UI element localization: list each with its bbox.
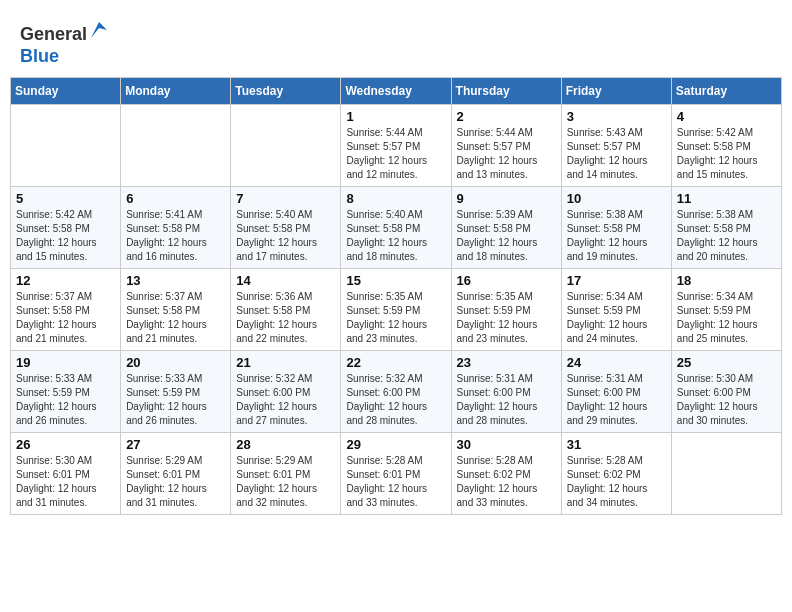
calendar-cell: 18Sunrise: 5:34 AM Sunset: 5:59 PM Dayli… (671, 269, 781, 351)
day-info: Sunrise: 5:43 AM Sunset: 5:57 PM Dayligh… (567, 126, 666, 182)
calendar-cell: 21Sunrise: 5:32 AM Sunset: 6:00 PM Dayli… (231, 351, 341, 433)
day-number: 4 (677, 109, 776, 124)
day-info: Sunrise: 5:35 AM Sunset: 5:59 PM Dayligh… (457, 290, 556, 346)
calendar-body: 1Sunrise: 5:44 AM Sunset: 5:57 PM Daylig… (11, 105, 782, 515)
day-info: Sunrise: 5:33 AM Sunset: 5:59 PM Dayligh… (126, 372, 225, 428)
day-number: 12 (16, 273, 115, 288)
day-info: Sunrise: 5:37 AM Sunset: 5:58 PM Dayligh… (126, 290, 225, 346)
day-info: Sunrise: 5:44 AM Sunset: 5:57 PM Dayligh… (457, 126, 556, 182)
day-info: Sunrise: 5:38 AM Sunset: 5:58 PM Dayligh… (567, 208, 666, 264)
day-info: Sunrise: 5:29 AM Sunset: 6:01 PM Dayligh… (126, 454, 225, 510)
calendar-cell: 2Sunrise: 5:44 AM Sunset: 5:57 PM Daylig… (451, 105, 561, 187)
day-info: Sunrise: 5:28 AM Sunset: 6:01 PM Dayligh… (346, 454, 445, 510)
logo-icon (89, 20, 109, 40)
day-info: Sunrise: 5:41 AM Sunset: 5:58 PM Dayligh… (126, 208, 225, 264)
calendar-cell: 5Sunrise: 5:42 AM Sunset: 5:58 PM Daylig… (11, 187, 121, 269)
day-number: 8 (346, 191, 445, 206)
calendar-cell: 25Sunrise: 5:30 AM Sunset: 6:00 PM Dayli… (671, 351, 781, 433)
day-number: 26 (16, 437, 115, 452)
day-number: 18 (677, 273, 776, 288)
day-info: Sunrise: 5:34 AM Sunset: 5:59 PM Dayligh… (567, 290, 666, 346)
calendar-cell: 14Sunrise: 5:36 AM Sunset: 5:58 PM Dayli… (231, 269, 341, 351)
weekday-header-friday: Friday (561, 78, 671, 105)
day-number: 10 (567, 191, 666, 206)
calendar-cell: 28Sunrise: 5:29 AM Sunset: 6:01 PM Dayli… (231, 433, 341, 515)
day-number: 9 (457, 191, 556, 206)
day-number: 2 (457, 109, 556, 124)
day-info: Sunrise: 5:44 AM Sunset: 5:57 PM Dayligh… (346, 126, 445, 182)
calendar-cell (121, 105, 231, 187)
calendar-cell: 10Sunrise: 5:38 AM Sunset: 5:58 PM Dayli… (561, 187, 671, 269)
calendar-cell: 17Sunrise: 5:34 AM Sunset: 5:59 PM Dayli… (561, 269, 671, 351)
calendar-cell: 16Sunrise: 5:35 AM Sunset: 5:59 PM Dayli… (451, 269, 561, 351)
logo-general: General (20, 24, 87, 44)
day-number: 6 (126, 191, 225, 206)
calendar-week-1: 1Sunrise: 5:44 AM Sunset: 5:57 PM Daylig… (11, 105, 782, 187)
day-number: 22 (346, 355, 445, 370)
calendar-cell: 13Sunrise: 5:37 AM Sunset: 5:58 PM Dayli… (121, 269, 231, 351)
day-number: 7 (236, 191, 335, 206)
day-info: Sunrise: 5:34 AM Sunset: 5:59 PM Dayligh… (677, 290, 776, 346)
day-number: 25 (677, 355, 776, 370)
day-info: Sunrise: 5:38 AM Sunset: 5:58 PM Dayligh… (677, 208, 776, 264)
weekday-header-tuesday: Tuesday (231, 78, 341, 105)
calendar-header-row: SundayMondayTuesdayWednesdayThursdayFrid… (11, 78, 782, 105)
day-info: Sunrise: 5:36 AM Sunset: 5:58 PM Dayligh… (236, 290, 335, 346)
day-info: Sunrise: 5:31 AM Sunset: 6:00 PM Dayligh… (457, 372, 556, 428)
day-number: 3 (567, 109, 666, 124)
calendar-cell: 15Sunrise: 5:35 AM Sunset: 5:59 PM Dayli… (341, 269, 451, 351)
day-info: Sunrise: 5:40 AM Sunset: 5:58 PM Dayligh… (236, 208, 335, 264)
calendar-cell: 27Sunrise: 5:29 AM Sunset: 6:01 PM Dayli… (121, 433, 231, 515)
calendar-cell (671, 433, 781, 515)
day-number: 16 (457, 273, 556, 288)
weekday-header-saturday: Saturday (671, 78, 781, 105)
logo-blue: Blue (20, 46, 59, 66)
day-number: 27 (126, 437, 225, 452)
calendar-table: SundayMondayTuesdayWednesdayThursdayFrid… (10, 77, 782, 515)
calendar-week-2: 5Sunrise: 5:42 AM Sunset: 5:58 PM Daylig… (11, 187, 782, 269)
logo: General Blue (20, 20, 109, 67)
day-info: Sunrise: 5:40 AM Sunset: 5:58 PM Dayligh… (346, 208, 445, 264)
day-number: 31 (567, 437, 666, 452)
day-info: Sunrise: 5:42 AM Sunset: 5:58 PM Dayligh… (677, 126, 776, 182)
svg-marker-0 (91, 22, 107, 38)
calendar-cell: 20Sunrise: 5:33 AM Sunset: 5:59 PM Dayli… (121, 351, 231, 433)
weekday-header-wednesday: Wednesday (341, 78, 451, 105)
day-number: 24 (567, 355, 666, 370)
calendar-cell: 26Sunrise: 5:30 AM Sunset: 6:01 PM Dayli… (11, 433, 121, 515)
day-number: 20 (126, 355, 225, 370)
day-number: 15 (346, 273, 445, 288)
calendar-cell: 7Sunrise: 5:40 AM Sunset: 5:58 PM Daylig… (231, 187, 341, 269)
day-info: Sunrise: 5:30 AM Sunset: 6:01 PM Dayligh… (16, 454, 115, 510)
day-info: Sunrise: 5:31 AM Sunset: 6:00 PM Dayligh… (567, 372, 666, 428)
day-info: Sunrise: 5:32 AM Sunset: 6:00 PM Dayligh… (346, 372, 445, 428)
calendar-week-3: 12Sunrise: 5:37 AM Sunset: 5:58 PM Dayli… (11, 269, 782, 351)
day-info: Sunrise: 5:42 AM Sunset: 5:58 PM Dayligh… (16, 208, 115, 264)
day-number: 1 (346, 109, 445, 124)
weekday-header-thursday: Thursday (451, 78, 561, 105)
day-info: Sunrise: 5:35 AM Sunset: 5:59 PM Dayligh… (346, 290, 445, 346)
calendar-cell: 1Sunrise: 5:44 AM Sunset: 5:57 PM Daylig… (341, 105, 451, 187)
day-info: Sunrise: 5:30 AM Sunset: 6:00 PM Dayligh… (677, 372, 776, 428)
calendar-cell: 6Sunrise: 5:41 AM Sunset: 5:58 PM Daylig… (121, 187, 231, 269)
calendar-cell: 19Sunrise: 5:33 AM Sunset: 5:59 PM Dayli… (11, 351, 121, 433)
day-number: 23 (457, 355, 556, 370)
day-info: Sunrise: 5:32 AM Sunset: 6:00 PM Dayligh… (236, 372, 335, 428)
calendar-cell: 30Sunrise: 5:28 AM Sunset: 6:02 PM Dayli… (451, 433, 561, 515)
day-info: Sunrise: 5:29 AM Sunset: 6:01 PM Dayligh… (236, 454, 335, 510)
calendar-cell (231, 105, 341, 187)
weekday-header-sunday: Sunday (11, 78, 121, 105)
day-info: Sunrise: 5:33 AM Sunset: 5:59 PM Dayligh… (16, 372, 115, 428)
day-number: 17 (567, 273, 666, 288)
logo-text: General Blue (20, 20, 109, 67)
day-number: 29 (346, 437, 445, 452)
day-number: 28 (236, 437, 335, 452)
calendar-week-5: 26Sunrise: 5:30 AM Sunset: 6:01 PM Dayli… (11, 433, 782, 515)
day-number: 30 (457, 437, 556, 452)
weekday-header-monday: Monday (121, 78, 231, 105)
calendar-cell: 3Sunrise: 5:43 AM Sunset: 5:57 PM Daylig… (561, 105, 671, 187)
page-header: General Blue (10, 10, 782, 72)
day-number: 13 (126, 273, 225, 288)
day-number: 11 (677, 191, 776, 206)
calendar-cell: 12Sunrise: 5:37 AM Sunset: 5:58 PM Dayli… (11, 269, 121, 351)
